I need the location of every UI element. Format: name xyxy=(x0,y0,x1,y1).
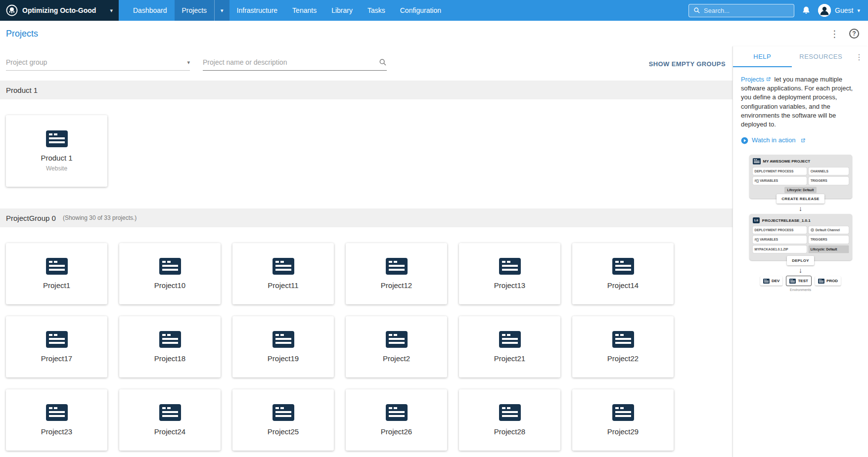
project-card[interactable]: Project10 xyxy=(119,243,221,304)
environment-box: DEV xyxy=(760,276,782,286)
group-name: Product 1 xyxy=(6,86,38,94)
diagram-pill: Lifecycle: Default xyxy=(809,246,849,253)
project-window-icon xyxy=(46,130,68,147)
search-icon xyxy=(379,58,387,66)
project-card[interactable]: Project12 xyxy=(346,243,447,304)
diagram-release-title: PROJECTRELEASE_1.0.1 xyxy=(762,218,811,223)
project-name: Project13 xyxy=(494,281,525,290)
project-window-icon xyxy=(753,158,761,165)
help-sidebar-menu-icon[interactable]: ⋮ xyxy=(850,46,868,67)
environment-window-icon xyxy=(763,279,770,284)
project-card[interactable]: Project21 xyxy=(459,316,560,377)
project-window-icon xyxy=(159,331,181,348)
project-window-icon xyxy=(499,404,521,421)
nav-item-infrastructure[interactable]: Infrastructure xyxy=(229,0,285,21)
diagram-pill: CHANNELS xyxy=(809,167,849,175)
project-name: Project1 xyxy=(43,281,70,290)
project-group-filter[interactable]: Project group ▾ xyxy=(6,54,190,71)
project-card[interactable]: Project22 xyxy=(572,316,674,377)
project-card[interactable]: Project2 xyxy=(346,316,447,377)
overflow-menu-icon[interactable]: ⋮ xyxy=(830,29,839,39)
project-name: Project11 xyxy=(268,281,298,290)
play-icon xyxy=(741,137,748,144)
diagram-environments: DEV TEST PROD xyxy=(749,276,852,286)
nav-item-label: Configuration xyxy=(400,6,441,14)
notifications-bell-icon[interactable] xyxy=(802,6,811,15)
nav-item-label: Projects xyxy=(182,6,207,14)
environments-caption: Environments xyxy=(749,288,852,292)
tab-help[interactable]: HELP xyxy=(733,46,792,67)
group-header: ProjectGroup 0 (Showing 30 of 33 project… xyxy=(0,208,732,227)
external-link-icon xyxy=(766,77,771,82)
project-card[interactable]: Project19 xyxy=(232,316,334,377)
diagram-create-release-button: CREATE RELEASE xyxy=(777,194,824,204)
nav-item-tasks[interactable]: Tasks xyxy=(360,0,393,21)
project-name-filter[interactable] xyxy=(203,54,387,71)
project-window-icon xyxy=(273,258,294,275)
project-name: Project21 xyxy=(494,354,525,363)
project-card[interactable]: Project23 xyxy=(6,389,107,451)
project-card[interactable]: Project25 xyxy=(232,389,334,451)
project-card[interactable]: Project18 xyxy=(119,316,221,377)
project-card[interactable]: Project29 xyxy=(572,389,674,451)
project-name: Project14 xyxy=(607,281,639,290)
top-nav: Optimizing Octo-Good ▾ Dashboard Project… xyxy=(0,0,868,21)
space-switcher[interactable]: Optimizing Octo-Good ▾ xyxy=(0,0,119,21)
project-card[interactable]: Project26 xyxy=(346,389,447,451)
project-card[interactable]: Project11 xyxy=(232,243,334,304)
nav-item-projects[interactable]: Projects xyxy=(175,0,215,21)
nav-item-library[interactable]: Library xyxy=(324,0,360,21)
help-diagram: MY AWESOME PROJECT DEPLOYMENT PROCESS CH… xyxy=(749,155,852,292)
project-name: Project18 xyxy=(154,354,185,363)
environment-label: PROD xyxy=(826,278,838,284)
project-name-filter-input[interactable] xyxy=(203,58,376,66)
diagram-deploy-button: DEPLOY xyxy=(787,256,814,265)
diagram-pill: Default Channel xyxy=(809,226,849,234)
nav-item-tenants[interactable]: Tenants xyxy=(285,0,324,21)
filter-bar: Project group ▾ SHOW EMPTY GROUPS xyxy=(6,54,727,71)
global-search[interactable] xyxy=(688,4,794,17)
project-window-icon xyxy=(612,404,634,421)
projects-doc-link[interactable]: Projects xyxy=(741,76,773,83)
project-window-icon xyxy=(46,331,68,348)
environment-label: TEST xyxy=(798,278,808,284)
project-name: Project19 xyxy=(268,354,299,363)
project-card[interactable]: Project13 xyxy=(459,243,560,304)
project-card[interactable]: Project24 xyxy=(119,389,221,451)
environment-label: DEV xyxy=(772,278,779,284)
diagram-lifecycle-pill: Lifecycle: Default xyxy=(784,187,817,193)
nav-item-dashboard[interactable]: Dashboard xyxy=(126,0,175,21)
project-grid: Product 1 Website xyxy=(0,99,732,208)
watch-in-action-link[interactable]: Watch in action xyxy=(741,136,860,145)
diagram-project-title: MY AWESOME PROJECT xyxy=(763,159,811,164)
diagram-pill: #{} VARIABLES xyxy=(753,236,807,243)
project-name: Project24 xyxy=(154,427,185,436)
avatar xyxy=(818,4,831,17)
watch-in-action-label: Watch in action xyxy=(752,136,795,145)
environment-box: TEST xyxy=(786,276,811,286)
project-card[interactable]: Project28 xyxy=(459,389,560,451)
page-header-actions: ⋮ ? xyxy=(830,29,859,39)
project-card[interactable]: Product 1 Website xyxy=(6,115,107,187)
project-card[interactable]: Project17 xyxy=(6,316,107,377)
user-menu[interactable]: Guest ▾ xyxy=(818,4,860,17)
nav-item-configuration[interactable]: Configuration xyxy=(393,0,449,21)
project-window-icon xyxy=(386,404,408,421)
show-empty-groups-button[interactable]: SHOW EMPTY GROUPS xyxy=(648,57,727,71)
main-content: Project group ▾ SHOW EMPTY GROUPS Produc… xyxy=(0,46,732,457)
tab-resources[interactable]: RESOURCES xyxy=(792,46,851,67)
project-name: Project2 xyxy=(383,354,410,363)
help-icon[interactable]: ? xyxy=(849,29,859,39)
diagram-pill: MYPACKAGE1.0.1.ZIP xyxy=(753,246,807,253)
global-search-input[interactable] xyxy=(704,7,791,14)
nav-projects-chevron-icon[interactable]: ▾ xyxy=(214,0,229,21)
project-window-icon xyxy=(386,331,408,348)
project-card[interactable]: Project1 xyxy=(6,243,107,304)
help-body: Projects let you manage multiple softwar… xyxy=(733,67,868,292)
project-card[interactable]: Project14 xyxy=(572,243,674,304)
project-window-icon xyxy=(159,258,181,275)
diagram-release-pills: DEPLOYMENT PROCESS Default Channel #{} V… xyxy=(753,226,849,252)
project-name: Project25 xyxy=(268,427,299,436)
chevron-down-icon: ▾ xyxy=(187,59,190,66)
diagram-pill: TRIGGERS xyxy=(809,177,849,184)
